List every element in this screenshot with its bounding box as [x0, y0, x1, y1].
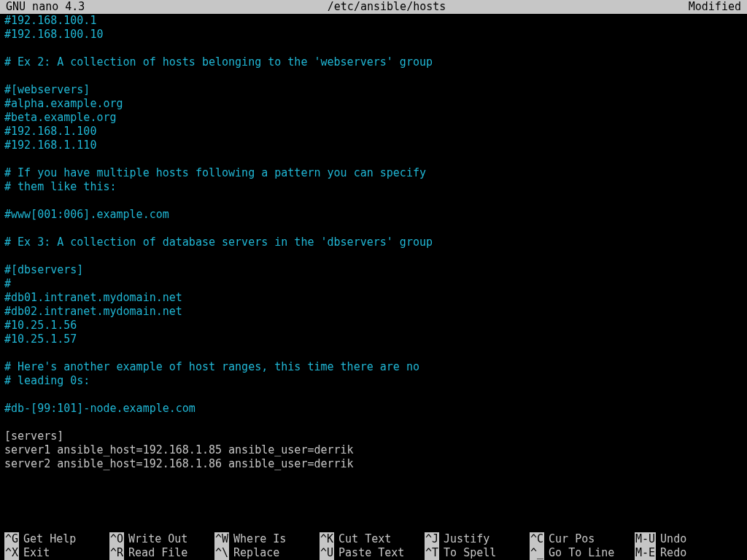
editor-line[interactable]	[4, 346, 747, 360]
shortcut-key: ^W	[214, 532, 229, 546]
editor-line[interactable]	[4, 194, 747, 208]
shortcut-item[interactable]: ^\Replace	[214, 546, 320, 560]
shortcut-item[interactable]: ^OWrite Out	[109, 532, 214, 546]
shortcut-row-1: ^GGet Help^OWrite Out^WWhere Is^KCut Tex…	[4, 532, 747, 546]
editor-viewport[interactable]: #192.168.100.1#192.168.100.10 # Ex 2: A …	[0, 14, 747, 485]
shortcut-item[interactable]: ^TTo Spell	[425, 546, 530, 560]
shortcut-item[interactable]: ^GGet Help	[4, 532, 109, 546]
shortcut-key: ^_	[530, 546, 544, 560]
editor-line[interactable]	[4, 388, 747, 402]
editor-line[interactable]: #www[001:006].example.com	[4, 208, 747, 222]
shortcut-label: Get Help	[19, 532, 76, 546]
shortcut-label: Cut Text	[334, 532, 391, 546]
editor-line[interactable]: #	[4, 277, 747, 291]
shortcut-label: Read File	[124, 546, 187, 560]
editor-line[interactable]	[4, 222, 747, 236]
shortcut-item[interactable]: ^KCut Text	[320, 532, 425, 546]
editor-line[interactable]: #192.168.100.10	[4, 28, 747, 42]
shortcut-key: ^\	[214, 546, 229, 560]
shortcut-label: Replace	[229, 546, 279, 560]
editor-line[interactable]: # If you have multiple hosts following a…	[4, 166, 747, 180]
shortcut-label: Exit	[19, 546, 50, 560]
shortcut-key: M-U	[635, 532, 656, 546]
shortcut-key: ^K	[320, 532, 334, 546]
shortcut-item[interactable]: ^WWhere Is	[214, 532, 320, 546]
editor-line[interactable]: [servers]	[4, 429, 747, 443]
nano-shortcut-bar: ^GGet Help^OWrite Out^WWhere Is^KCut Tex…	[0, 532, 747, 560]
shortcut-key: ^J	[425, 532, 439, 546]
shortcut-item[interactable]: ^UPaste Text	[320, 546, 425, 560]
shortcut-label: Write Out	[124, 532, 187, 546]
editor-line[interactable]: # Ex 2: A collection of hosts belonging …	[4, 55, 747, 69]
shortcut-item[interactable]: ^_Go To Line	[530, 546, 635, 560]
editor-line[interactable]	[4, 471, 747, 485]
editor-line[interactable]: #beta.example.org	[4, 111, 747, 125]
editor-line[interactable]: # leading 0s:	[4, 374, 747, 388]
editor-line[interactable]	[4, 69, 747, 83]
shortcut-key: ^T	[425, 546, 439, 560]
shortcut-item[interactable]: ^CCur Pos	[530, 532, 635, 546]
shortcut-key: M-E	[635, 546, 656, 560]
editor-line[interactable]	[4, 152, 747, 166]
shortcut-key: ^C	[530, 532, 544, 546]
shortcut-label: Paste Text	[334, 546, 404, 560]
editor-line[interactable]: #[dbservers]	[4, 263, 747, 277]
editor-line[interactable]	[4, 416, 747, 429]
shortcut-item[interactable]: M-UUndo	[635, 532, 740, 546]
editor-line[interactable]: server1 ansible_host=192.168.1.85 ansibl…	[4, 443, 747, 457]
editor-line[interactable]: #192.168.100.1	[4, 14, 747, 28]
nano-file-path: /etc/ansible/hosts	[85, 0, 688, 14]
shortcut-key: ^X	[4, 546, 19, 560]
nano-app-name: GNU nano 4.3	[6, 0, 85, 14]
shortcut-label: Where Is	[229, 532, 286, 546]
editor-line[interactable]: #[webservers]	[4, 83, 747, 97]
editor-line[interactable]: #alpha.example.org	[4, 97, 747, 111]
shortcut-key: ^R	[109, 546, 124, 560]
editor-line[interactable]: server2 ansible_host=192.168.1.86 ansibl…	[4, 457, 747, 471]
shortcut-key: ^U	[320, 546, 334, 560]
editor-line[interactable]: # Here's another example of host ranges,…	[4, 360, 747, 374]
shortcut-label: Justify	[439, 532, 489, 546]
nano-titlebar: GNU nano 4.3 /etc/ansible/hosts Modified	[0, 0, 747, 14]
shortcut-label: Cur Pos	[544, 532, 595, 546]
shortcut-label: Undo	[656, 532, 686, 546]
editor-line[interactable]	[4, 249, 747, 263]
shortcut-label: Redo	[656, 546, 686, 560]
shortcut-label: To Spell	[439, 546, 496, 560]
editor-line[interactable]: #db01.intranet.mydomain.net	[4, 291, 747, 305]
shortcut-item[interactable]: M-ERedo	[635, 546, 740, 560]
shortcut-row-2: ^XExit^RRead File^\Replace^UPaste Text^T…	[4, 546, 747, 560]
shortcut-key: ^O	[109, 532, 124, 546]
editor-line[interactable]: #192.168.1.110	[4, 139, 747, 152]
nano-modified-indicator: Modified	[689, 0, 747, 14]
editor-line[interactable]	[4, 42, 747, 55]
editor-line[interactable]: # them like this:	[4, 180, 747, 194]
shortcut-item[interactable]: ^JJustify	[425, 532, 530, 546]
editor-line[interactable]: #db02.intranet.mydomain.net	[4, 305, 747, 319]
editor-line[interactable]: #10.25.1.57	[4, 332, 747, 346]
editor-line[interactable]: # Ex 3: A collection of database servers…	[4, 236, 747, 249]
shortcut-key: ^G	[4, 532, 19, 546]
editor-line[interactable]: #192.168.1.100	[4, 125, 747, 139]
shortcut-label: Go To Line	[544, 546, 614, 560]
shortcut-item[interactable]: ^XExit	[4, 546, 109, 560]
shortcut-item[interactable]: ^RRead File	[109, 546, 214, 560]
editor-line[interactable]: #db-[99:101]-node.example.com	[4, 402, 747, 416]
editor-line[interactable]: #10.25.1.56	[4, 319, 747, 332]
